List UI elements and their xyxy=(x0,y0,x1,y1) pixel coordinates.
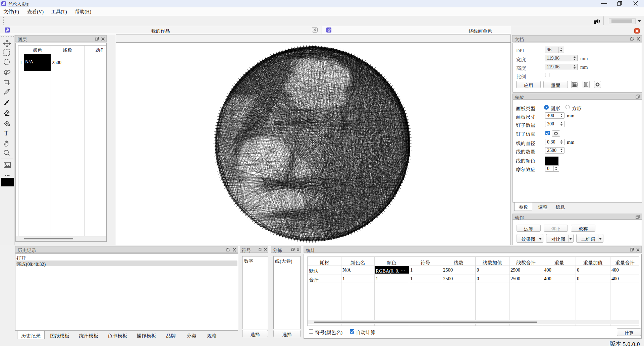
svg-text:T: T xyxy=(5,130,8,136)
